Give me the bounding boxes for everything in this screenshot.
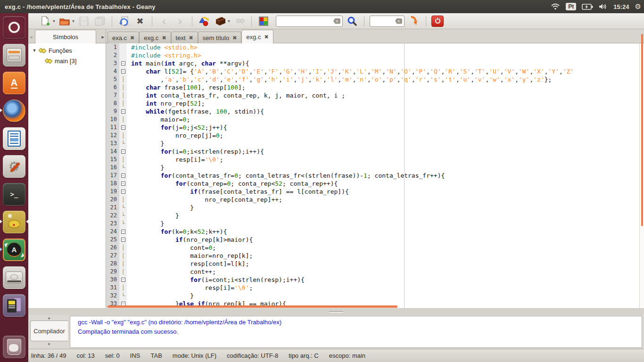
line-number[interactable]: 9 — [106, 107, 119, 115]
fold-toggle-icon[interactable]: - — [119, 107, 127, 115]
panel-splitter[interactable] — [28, 308, 644, 315]
code-line[interactable]: 30- for(i=cont;i<strlen(resp);i++){ — [106, 276, 639, 284]
code-line[interactable]: 25- if(nro_rep[k]>maior){ — [106, 236, 639, 244]
code-line[interactable]: 7│ int conta_letras_fr, conta_rep, k, j,… — [106, 91, 639, 99]
fold-toggle-icon[interactable]: - — [119, 236, 127, 244]
line-number[interactable]: 30 — [106, 276, 119, 284]
close-document-button[interactable]: ✖ — [133, 15, 147, 28]
session-gear-icon[interactable]: ⚙ — [635, 2, 641, 11]
document-tab-exg.c[interactable]: exg.c✖ — [139, 32, 171, 43]
line-number[interactable]: 18 — [106, 180, 119, 188]
code-line[interactable]: 26│ cont=0; — [106, 244, 639, 252]
line-number[interactable]: 25 — [106, 236, 119, 244]
volume-icon[interactable] — [599, 3, 608, 10]
navigate-back-button[interactable]: ‹ — [157, 15, 171, 28]
code-line[interactable]: 5│ ,'a','b','c','d','e','f','g','h','i',… — [106, 75, 639, 83]
compiler-output[interactable]: gcc -Wall -o "exg" "exg.c" (no diretório… — [70, 316, 642, 348]
save-button[interactable] — [77, 15, 91, 28]
search-input[interactable]: × — [276, 16, 343, 27]
code-line[interactable]: 19- if(frase[conta_letras_fr] == l[conta… — [106, 188, 639, 196]
launcher-software-center[interactable]: A — [3, 72, 25, 94]
sidebar-tab-simbolos[interactable]: Símbolos — [35, 30, 97, 43]
line-number[interactable]: 32 — [106, 292, 119, 300]
line-number[interactable]: 24 — [106, 228, 119, 236]
build-dropdown-arrow[interactable]: ▾ — [228, 18, 230, 24]
fold-toggle-icon[interactable]: - — [119, 67, 127, 75]
battery-charging-icon[interactable] — [582, 4, 593, 10]
code-line[interactable]: 2#include <string.h> — [106, 51, 639, 59]
code-line[interactable]: 14- for(i=0;i<strlen(resp);i++){ — [106, 148, 639, 156]
fold-toggle-icon[interactable]: - — [119, 148, 127, 156]
code-line[interactable]: 32└ } — [106, 292, 639, 300]
compiler-message[interactable]: Compilação terminada com sucesso. — [78, 327, 642, 337]
line-number[interactable]: 8 — [106, 99, 119, 107]
clock[interactable]: 15:24 — [613, 3, 629, 10]
launcher-trash[interactable] — [3, 336, 25, 358]
panel-tabs-scroll-up-icon[interactable]: ▴ — [48, 315, 50, 321]
code-line[interactable]: 28│ resp[cont]=l[k]; — [106, 260, 639, 268]
line-number[interactable]: 22 — [106, 212, 119, 220]
launcher-geany[interactable]: ♦ — [3, 211, 25, 233]
expander-icon[interactable]: ▼ — [32, 48, 37, 53]
code-line[interactable]: 6│ char frase[100], resp[100]; — [106, 83, 639, 91]
color-chooser-button[interactable] — [257, 15, 270, 28]
code-line[interactable]: 8│ int nro_rep[52]; — [106, 99, 639, 107]
new-file-dropdown-arrow[interactable]: ▾ — [53, 18, 55, 24]
code-line[interactable]: 13└ } — [106, 140, 639, 148]
goto-line-input[interactable]: × — [370, 16, 405, 27]
line-number[interactable]: 5 — [106, 75, 119, 83]
line-number[interactable]: 15 — [106, 156, 119, 164]
fold-toggle-icon[interactable]: - — [119, 228, 127, 236]
line-number[interactable]: 4 — [106, 67, 119, 75]
vertical-scrollbar-thumb[interactable] — [641, 34, 643, 226]
code-editor[interactable]: 1#include <stdio.h>2#include <string.h>3… — [106, 43, 639, 308]
clear-goto-icon[interactable]: × — [395, 18, 402, 24]
line-number[interactable]: 29 — [106, 268, 119, 276]
launcher-files-manager[interactable] — [3, 44, 25, 66]
build-button[interactable] — [214, 15, 227, 28]
new-file-button[interactable] — [39, 15, 52, 28]
code-line[interactable]: 11- for(j=0;j<52;j++){ — [106, 123, 639, 132]
navigate-forward-button[interactable]: › — [173, 15, 187, 28]
line-number[interactable]: 3 — [106, 59, 119, 67]
line-number[interactable]: 23 — [106, 220, 119, 228]
launcher-terminal[interactable]: >_ — [3, 183, 25, 206]
sidebar-tabs-scroll-left-icon[interactable]: ◂ — [28, 34, 34, 43]
line-number[interactable]: 17 — [106, 172, 119, 180]
line-number[interactable]: 14 — [106, 148, 119, 156]
fold-toggle-icon[interactable]: - — [119, 180, 127, 188]
fold-toggle-icon[interactable]: - — [119, 188, 127, 196]
panel-tabs-scroll-down-icon[interactable]: ▾ — [48, 341, 50, 347]
open-file-dropdown-arrow[interactable]: ▾ — [72, 18, 74, 24]
launcher-libreoffice-writer[interactable] — [3, 127, 25, 150]
line-number[interactable]: 31 — [106, 284, 119, 292]
tab-close-icon[interactable]: ✖ — [162, 35, 166, 41]
fold-toggle-icon[interactable]: - — [119, 59, 127, 67]
line-number[interactable]: 7 — [106, 91, 119, 99]
document-tab-exa.c[interactable]: exa.c✖ — [107, 32, 139, 43]
clear-search-icon[interactable]: × — [333, 18, 340, 24]
line-number[interactable]: 2 — [106, 51, 119, 59]
code-line[interactable]: 23└ } — [106, 220, 639, 228]
line-number[interactable]: 21 — [106, 204, 119, 212]
line-number[interactable]: 19 — [106, 188, 119, 196]
tree-item-funcoes[interactable]: ▼ Funções — [28, 45, 106, 56]
launcher-ubuntu-dash[interactable] — [3, 16, 25, 39]
line-number[interactable]: 6 — [106, 83, 119, 91]
sidebar-tabs-scroll-right-icon[interactable]: ▸ — [100, 34, 106, 43]
vertical-scrollbar-track[interactable] — [639, 43, 644, 308]
fold-toggle-icon[interactable]: - — [119, 172, 127, 180]
code-line[interactable]: 22└ } — [106, 212, 639, 220]
panel-tab-compilador[interactable]: Compilador — [30, 321, 68, 341]
wifi-icon[interactable] — [551, 3, 560, 10]
code-line[interactable]: 16└ } — [106, 164, 639, 172]
tab-close-icon[interactable]: ✖ — [189, 35, 193, 41]
document-tab-sem-título[interactable]: sem título✖ — [198, 32, 242, 43]
code-line[interactable]: 9- while(fgets(frase, 100, stdin)){ — [106, 107, 639, 115]
code-line[interactable]: 27│ maior=nro_rep[k]; — [106, 252, 639, 260]
code-line[interactable]: 24- for(k=0;k<52;k++){ — [106, 228, 639, 236]
code-line[interactable]: 15│ resp[i]='\0'; — [106, 156, 639, 164]
quit-button[interactable] — [431, 16, 444, 27]
goto-line-button[interactable] — [407, 15, 421, 28]
code-line[interactable]: 18- for(conta_rep=0; conta_rep<52; conta… — [106, 180, 639, 188]
